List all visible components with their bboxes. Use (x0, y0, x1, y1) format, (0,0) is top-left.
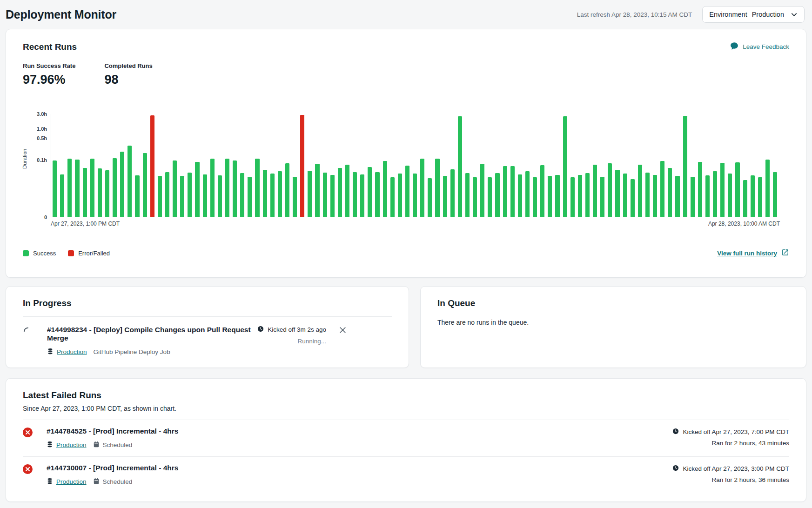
run-bar-success[interactable] (675, 176, 679, 217)
run-bar-success[interactable] (713, 171, 717, 217)
run-bar-success[interactable] (360, 174, 364, 217)
run-bar-success[interactable] (383, 161, 387, 217)
run-bar-success[interactable] (218, 175, 222, 217)
run-bar-success[interactable] (405, 166, 409, 217)
run-bar-success[interactable] (375, 172, 379, 217)
run-bar-success[interactable] (563, 116, 567, 217)
run-bar-success[interactable] (158, 176, 162, 217)
run-bar-success[interactable] (743, 180, 747, 217)
run-bar-success[interactable] (623, 174, 627, 217)
run-bar-success[interactable] (60, 174, 64, 217)
run-bar-success[interactable] (420, 159, 424, 217)
run-bar-success[interactable] (540, 165, 544, 217)
run-bar-success[interactable] (533, 177, 537, 217)
run-bar-success[interactable] (128, 146, 132, 217)
run-bar-success[interactable] (173, 160, 177, 217)
run-bar-success[interactable] (578, 175, 582, 217)
run-bar-success[interactable] (615, 170, 619, 217)
close-icon[interactable] (338, 326, 347, 334)
run-bar-success[interactable] (751, 175, 755, 217)
run-bar-success[interactable] (120, 152, 124, 217)
run-bar-success[interactable] (503, 166, 507, 217)
run-bar-success[interactable] (398, 174, 402, 217)
run-bar-success[interactable] (53, 160, 57, 217)
run-bar-success[interactable] (698, 162, 702, 217)
run-bar-success[interactable] (75, 160, 79, 217)
run-bar-success[interactable] (450, 169, 455, 217)
run-bar-success[interactable] (765, 160, 770, 217)
run-bar-success[interactable] (691, 177, 695, 217)
run-bar-success[interactable] (443, 176, 447, 217)
run-bar-success[interactable] (600, 177, 604, 217)
run-bar-success[interactable] (525, 171, 530, 217)
run-bar-success[interactable] (653, 175, 657, 217)
run-bar-success[interactable] (113, 158, 117, 217)
run-bar-success[interactable] (98, 168, 102, 217)
run-bar-success[interactable] (248, 177, 252, 217)
leave-feedback-link[interactable]: Leave Feedback (730, 42, 789, 52)
run-bar-success[interactable] (773, 172, 777, 217)
run-bar-success[interactable] (105, 170, 109, 217)
run-bar-success[interactable] (330, 175, 335, 217)
run-bar-success[interactable] (645, 173, 650, 217)
run-bar-success[interactable] (278, 171, 282, 217)
run-bar-success[interactable] (458, 116, 462, 217)
run-bar-success[interactable] (488, 177, 492, 217)
run-bar-success[interactable] (233, 160, 237, 217)
run-bar-success[interactable] (195, 162, 199, 217)
run-bar-success[interactable] (338, 168, 342, 217)
run-bar-success[interactable] (548, 176, 552, 217)
run-bar-failed[interactable] (300, 115, 304, 217)
run-bar-success[interactable] (293, 177, 297, 217)
run-bar-success[interactable] (83, 168, 87, 217)
run-bar-success[interactable] (180, 176, 184, 217)
run-bar-success[interactable] (67, 159, 72, 217)
run-bar-success[interactable] (660, 161, 664, 217)
run-bar-success[interactable] (390, 177, 395, 217)
run-bar-success[interactable] (518, 174, 522, 217)
run-bar-success[interactable] (585, 173, 590, 217)
run-bar-success[interactable] (668, 168, 672, 217)
environment-link[interactable]: Production (56, 441, 87, 448)
run-bar-success[interactable] (135, 175, 139, 217)
run-bar-success[interactable] (240, 173, 244, 217)
environment-link[interactable]: Production (57, 348, 87, 355)
run-bar-success[interactable] (255, 159, 259, 217)
run-bar-success[interactable] (90, 159, 94, 217)
run-bar-success[interactable] (428, 178, 432, 217)
run-bar-success[interactable] (631, 179, 635, 217)
run-bar-success[interactable] (593, 165, 597, 217)
run-bar-success[interactable] (368, 167, 372, 217)
run-bar-success[interactable] (473, 177, 477, 217)
run-bar-success[interactable] (188, 173, 192, 217)
run-bar-success[interactable] (270, 174, 275, 217)
run-bar-success[interactable] (705, 175, 710, 217)
view-run-history-link[interactable]: View full run history (717, 248, 789, 258)
run-bar-success[interactable] (570, 177, 575, 217)
run-bar-success[interactable] (495, 173, 499, 217)
run-bar-success[interactable] (758, 177, 762, 217)
run-bar-success[interactable] (683, 116, 687, 217)
run-bar-success[interactable] (638, 165, 642, 217)
run-bar-success[interactable] (285, 163, 289, 217)
run-bar-success[interactable] (720, 163, 725, 217)
run-bar-success[interactable] (465, 173, 470, 217)
run-bar-success[interactable] (728, 174, 732, 217)
run-bar-success[interactable] (315, 164, 319, 217)
run-bar-success[interactable] (413, 174, 417, 217)
run-bar-success[interactable] (345, 165, 349, 217)
run-bar-success[interactable] (435, 159, 439, 217)
run-bar-success[interactable] (510, 166, 515, 217)
run-bar-success[interactable] (323, 173, 327, 217)
run-bar-success[interactable] (203, 174, 207, 217)
run-bar-success[interactable] (225, 159, 229, 217)
run-bar-success[interactable] (165, 172, 169, 217)
run-bar-success[interactable] (143, 153, 147, 217)
run-bar-success[interactable] (735, 162, 739, 217)
run-bar-success[interactable] (555, 175, 559, 217)
run-bar-success[interactable] (608, 163, 612, 217)
environment-dropdown[interactable]: Environment Production (702, 6, 805, 23)
run-bar-failed[interactable] (150, 115, 154, 217)
run-bar-success[interactable] (308, 171, 312, 217)
environment-link[interactable]: Production (56, 478, 87, 485)
